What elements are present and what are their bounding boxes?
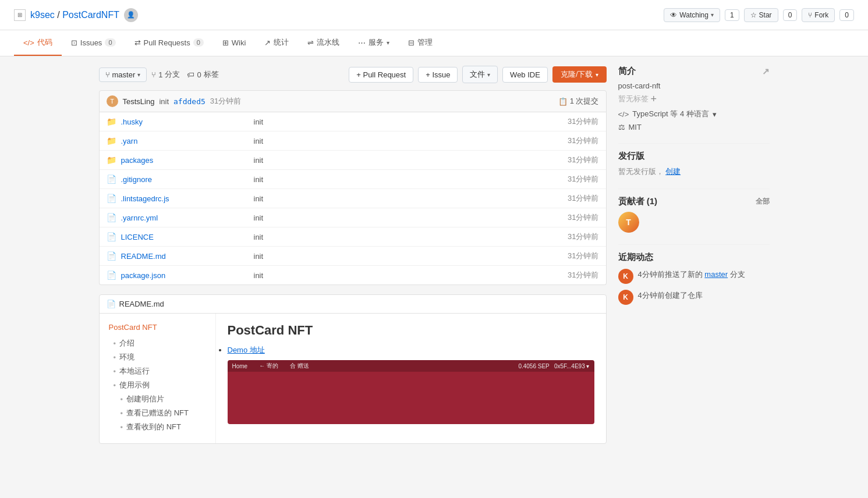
path-separator: /	[57, 10, 62, 20]
pull-request-button[interactable]: + Pull Request	[349, 67, 413, 83]
file-name-link[interactable]: packages	[121, 156, 249, 165]
commit-count-icon: 📋	[558, 97, 568, 106]
tab-wiki[interactable]: ⊞ Wiki	[213, 31, 256, 55]
file-table: 📁.huskyinit31分钟前📁.yarninit31分钟前📁packages…	[99, 112, 607, 285]
file-time: 31分钟前	[568, 174, 598, 184]
file-commit-msg: init	[254, 137, 564, 145]
file-name-link[interactable]: .gitignore	[121, 175, 249, 184]
activity-text-0: 4分钟前推送了新的 master 分支	[638, 269, 745, 280]
activity-text-1-main: 4分钟前创建了仓库	[638, 291, 703, 300]
repo-icon: ⊞	[14, 9, 26, 21]
file-icon: 📄	[107, 175, 116, 184]
watching-button[interactable]: 👁 Watching ▾	[664, 8, 720, 22]
contributor-avatar[interactable]: T	[618, 212, 639, 233]
table-row: 📄.lintstagedrc.jsinit31分钟前	[100, 189, 606, 208]
tab-issues[interactable]: ⊡ Issues 0	[62, 31, 125, 55]
star-label: Star	[759, 11, 772, 19]
folder-icon: 📁	[107, 155, 116, 165]
contrib-all-link[interactable]: 全部	[756, 197, 770, 207]
webide-button[interactable]: Web IDE	[502, 67, 548, 83]
commit-time: 31分钟前	[210, 96, 241, 106]
tab-pipeline[interactable]: ⇌ 流水线	[298, 30, 349, 56]
pipeline-icon: ⇌	[307, 38, 314, 47]
contributors-section: 贡献者 (1) 全部 T	[618, 196, 770, 233]
file-button[interactable]: 文件 ▾	[462, 66, 498, 83]
file-name-link[interactable]: .yarn	[121, 137, 249, 145]
toc-subitem-create[interactable]: 创建明信片	[109, 392, 206, 406]
table-row: 📁.huskyinit31分钟前	[100, 112, 606, 131]
tab-issues-label: Issues	[80, 38, 102, 47]
tab-code[interactable]: </> 代码	[14, 30, 62, 56]
tag-label: 标签	[204, 69, 219, 80]
file-name-link[interactable]: README.md	[121, 252, 249, 261]
branch-select[interactable]: ⑂ master ▾	[99, 67, 147, 82]
fork-button[interactable]: ⑂ Fork	[802, 8, 835, 22]
tab-wiki-label: Wiki	[232, 38, 246, 47]
avatar: 👤	[124, 8, 138, 22]
activity-text-0-main: 4分钟前推送了新的	[638, 270, 705, 279]
tab-stats[interactable]: ↗ 统计	[255, 30, 298, 56]
add-tag-button[interactable]: +	[651, 94, 657, 104]
file-name-link[interactable]: LICENCE	[121, 233, 249, 241]
readme-section: 📄 README.md PostCard NFT 介绍 环境 本地运行 使用示例…	[99, 294, 607, 444]
demo-link[interactable]: Demo 地址	[228, 346, 265, 354]
commit-user[interactable]: TestsLing	[123, 97, 155, 106]
file-commit-msg: init	[254, 252, 564, 261]
file-icon: 📄	[107, 232, 116, 241]
toc-main-title[interactable]: PostCard NFT	[109, 323, 206, 332]
repo-name-link[interactable]: PostCardNFT	[62, 10, 119, 20]
tab-services[interactable]: ⋯ 服务 ▾	[349, 30, 399, 56]
file-time: 31分钟前	[568, 193, 598, 204]
tab-pullrequests[interactable]: ⇄ Pull Requests 0	[125, 31, 213, 55]
create-release-link[interactable]: 创建	[665, 167, 681, 176]
tab-admin[interactable]: ⊟ 管理	[399, 30, 442, 56]
fork-count[interactable]: 0	[839, 9, 854, 21]
owner-link[interactable]: k9sec	[30, 10, 55, 20]
clone-button[interactable]: 克隆/下载 ▾	[552, 66, 607, 83]
readme-file-icon: 📄	[107, 300, 116, 308]
toc-item-examples[interactable]: 使用示例	[109, 378, 206, 392]
star-button[interactable]: ☆ Star	[744, 8, 778, 22]
folder-icon: 📁	[107, 117, 116, 126]
external-link-icon[interactable]: ↗	[762, 66, 770, 77]
watching-count[interactable]: 1	[725, 9, 739, 21]
sidebar-divider-2	[618, 188, 770, 189]
table-row: 📄LICENCEinit31分钟前	[100, 227, 606, 247]
file-icon: 📄	[107, 251, 116, 261]
file-name-link[interactable]: package.json	[121, 271, 249, 280]
toc-subitem-received[interactable]: 查看收到的 NFT	[109, 420, 206, 434]
table-row: 📄README.mdinit31分钟前	[100, 247, 606, 266]
commit-count: 📋 1 次提交	[558, 96, 599, 106]
issue-button[interactable]: + Issue	[418, 67, 458, 83]
stats-icon: ↗	[264, 38, 271, 47]
toc-item-local[interactable]: 本地运行	[109, 364, 206, 378]
branch-count: 1	[158, 70, 162, 79]
star-count[interactable]: 0	[783, 9, 798, 21]
file-name-link[interactable]: .yarnrc.yml	[121, 214, 249, 222]
branch-name: master	[112, 70, 136, 79]
no-release-label: 暂无发行版，	[618, 167, 664, 176]
file-commit-msg: init	[254, 194, 564, 203]
activity-link-0[interactable]: master	[704, 270, 728, 279]
sidebar-lang[interactable]: </> TypeScript 等 4 种语言 ▾	[618, 109, 770, 119]
file-icon: 📄	[107, 213, 116, 222]
sidebar-divider-1	[618, 143, 770, 144]
file-commit-msg: init	[254, 214, 564, 222]
toc-subitem-gifted[interactable]: 查看已赠送的 NFT	[109, 406, 206, 420]
toc-item-env[interactable]: 环境	[109, 350, 206, 364]
readme-body: PostCard NFT Demo 地址 Home← 寄的合 赠送 0.4056…	[216, 314, 606, 443]
issues-badge: 0	[105, 38, 115, 47]
sidebar-intro: 简介 ↗ post-card-nft 暂无标签 + </> TypeScript…	[618, 66, 770, 131]
license-text: MIT	[629, 123, 642, 131]
readme-content: PostCard NFT 介绍 环境 本地运行 使用示例 创建明信片 查看已赠送…	[100, 314, 606, 443]
table-row: 📄.yarnrc.ymlinit31分钟前	[100, 208, 606, 227]
commit-avatar: T	[107, 95, 118, 107]
branch-label: 分支	[165, 69, 180, 80]
branch-fork-icon: ⑂	[151, 70, 156, 79]
tag-icon: 🏷	[187, 70, 194, 79]
file-name-link[interactable]: .husky	[121, 118, 249, 126]
file-name-link[interactable]: .lintstagedrc.js	[121, 194, 249, 203]
commit-hash[interactable]: afdded5	[173, 97, 206, 106]
toc-item-intro[interactable]: 介绍	[109, 336, 206, 350]
activity-item-1: K 4分钟前创建了仓库	[618, 290, 770, 305]
